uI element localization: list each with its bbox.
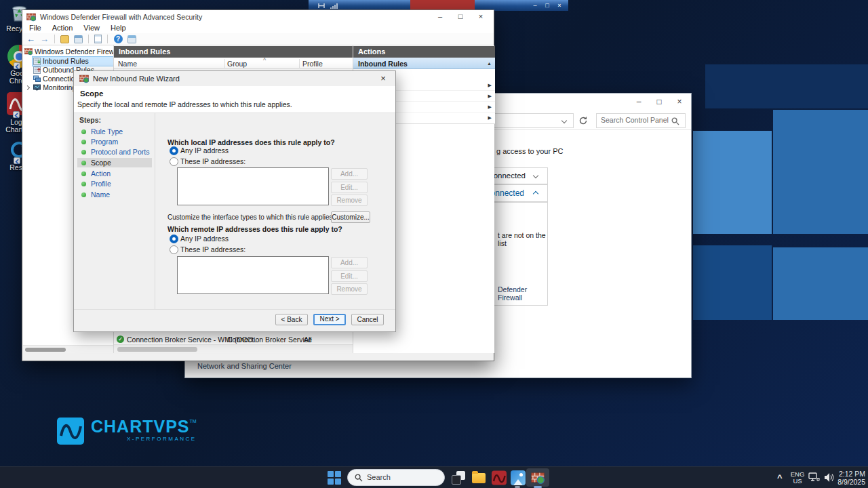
wizard-step-rule-type[interactable]: Rule Type	[77, 127, 152, 136]
maximize-button[interactable]: □	[649, 94, 669, 110]
restore-button[interactable]: □	[541, 0, 553, 11]
start-button[interactable]	[328, 471, 341, 485]
tray-expand-icon[interactable]: ^	[777, 472, 783, 483]
add-button[interactable]: Add...	[331, 257, 368, 268]
radio-selected-icon[interactable]	[170, 146, 178, 155]
help-icon[interactable]: ?	[114, 35, 123, 43]
radio-icon[interactable]	[170, 157, 178, 166]
column-header-name[interactable]: Name	[118, 60, 137, 68]
steps-label: Steps:	[79, 116, 101, 124]
step-bullet-icon	[81, 129, 86, 134]
close-button[interactable]: ×	[553, 0, 566, 11]
customize-button[interactable]: Customize...	[331, 211, 370, 223]
rule-row[interactable]: ✓ Connection Broker Service - WMI (DCO..…	[114, 334, 353, 344]
back-button[interactable]: < Back	[275, 314, 308, 325]
taskbar-app-firewall-active[interactable]	[526, 468, 549, 487]
list-hscrollbar[interactable]	[114, 344, 353, 353]
back-icon[interactable]: ←	[26, 34, 35, 44]
scrollbar-thumb[interactable]	[117, 347, 197, 352]
taskbar: Search ^ ENG US	[0, 466, 868, 488]
menu-action[interactable]: Action	[47, 23, 79, 33]
tray-date: 8/9/2025	[835, 478, 865, 486]
address-dropdown-icon[interactable]	[561, 118, 567, 123]
tree-item-label: Inbound Rules	[43, 57, 89, 65]
fw-titlebar[interactable]: Windows Defender Firewall with Advanced …	[22, 10, 494, 23]
cancel-button[interactable]: Cancel	[351, 314, 384, 325]
search-input[interactable]	[601, 116, 669, 124]
minimize-button[interactable]: –	[529, 0, 541, 11]
refresh-icon[interactable]	[578, 116, 588, 125]
close-button[interactable]: ×	[375, 71, 391, 86]
language-indicator[interactable]: ENG US	[789, 471, 806, 485]
forward-icon[interactable]: →	[40, 34, 49, 44]
chartvps-app-icon	[492, 470, 507, 485]
remove-button[interactable]: Remove	[331, 195, 368, 206]
properties-icon[interactable]	[74, 35, 83, 43]
see-also-link-network-sharing[interactable]: Network and Sharing Center	[197, 362, 292, 370]
remote-ip-listbox[interactable]	[177, 256, 329, 294]
edit-button[interactable]: Edit...	[331, 270, 368, 282]
taskbar-app-chartvps[interactable]	[491, 470, 507, 486]
wizard-step-name[interactable]: Name	[77, 190, 152, 199]
taskbar-app-file-explorer[interactable]	[471, 470, 487, 486]
export-list-icon[interactable]	[94, 35, 102, 43]
tree-hscrollbar[interactable]	[23, 345, 113, 353]
next-button[interactable]: Next >	[313, 314, 346, 325]
close-button[interactable]: ×	[471, 10, 491, 23]
radio-any-local-ip[interactable]: Any IP address	[170, 146, 229, 155]
column-header-profile[interactable]: Profile	[302, 60, 323, 68]
sort-ascending-icon: ^	[263, 57, 266, 64]
radio-any-remote-ip[interactable]: Any IP address	[170, 235, 229, 243]
wizard-step-action[interactable]: Action	[77, 169, 152, 178]
volume-icon[interactable]	[823, 472, 834, 483]
radio-icon[interactable]	[170, 245, 178, 254]
menu-file[interactable]: File	[24, 23, 47, 33]
menu-view[interactable]: View	[78, 23, 105, 33]
submenu-arrow-icon: ▶	[488, 104, 492, 110]
minimize-button[interactable]: –	[629, 94, 649, 110]
search-icon	[355, 474, 363, 482]
clock[interactable]: 2:12 PM 8/9/2025	[835, 470, 865, 486]
maximize-button[interactable]: □	[450, 10, 471, 23]
scrollbar-thumb[interactable]	[25, 348, 66, 352]
column-header-group[interactable]: Group	[227, 60, 247, 68]
radio-selected-icon[interactable]	[170, 235, 178, 243]
minimize-button[interactable]: –	[430, 10, 450, 23]
tree-expander-icon[interactable]	[25, 85, 30, 90]
edit-button[interactable]: Edit...	[331, 182, 368, 193]
step-bullet-icon	[81, 171, 86, 176]
close-button[interactable]: ×	[669, 94, 690, 110]
wizard-titlebar[interactable]: New Inbound Rule Wizard ×	[74, 71, 395, 86]
tree-item-root[interactable]: Windows Defender Firewall with Advanced …	[24, 47, 114, 56]
control-panel-search[interactable]	[596, 113, 686, 128]
cpl-link-defender-firewall[interactable]: Defender Firewall	[498, 285, 547, 302]
chevron-down-icon	[533, 173, 538, 178]
wizard-step-protocol-ports[interactable]: Protocol and Ports	[77, 147, 152, 157]
fw-menubar: FileActionViewHelp	[22, 23, 494, 33]
local-ip-listbox[interactable]	[177, 167, 329, 205]
add-button[interactable]: Add...	[331, 168, 368, 180]
menu-help[interactable]: Help	[105, 23, 132, 33]
show-hide-console-tree-icon[interactable]	[60, 35, 69, 43]
signal-bars-icon	[330, 3, 338, 9]
taskbar-app-window-stack[interactable]	[450, 470, 467, 486]
network-icon[interactable]	[808, 472, 820, 483]
taskbar-search[interactable]: Search	[347, 469, 445, 486]
actions-subheader[interactable]: Inbound Rules ▲	[353, 58, 495, 69]
shortcut-arrow-icon	[14, 62, 20, 69]
collapse-icon[interactable]: ▲	[487, 61, 492, 66]
tree-item-inbound-rules[interactable]: Inbound Rules	[33, 57, 114, 66]
wizard-step-program[interactable]: Program	[77, 137, 152, 146]
radio-these-remote-ip[interactable]: These IP addresses:	[170, 245, 245, 254]
chevron-up-icon	[533, 191, 538, 197]
remove-button[interactable]: Remove	[331, 283, 368, 295]
shortcut-arrow-icon	[14, 157, 20, 164]
taskbar-app-photos[interactable]	[510, 470, 526, 486]
new-window-icon[interactable]	[127, 35, 136, 43]
wizard-step-scope[interactable]: Scope	[77, 158, 152, 167]
firewall-icon	[24, 47, 33, 56]
wizard-step-profile[interactable]: Profile	[77, 179, 152, 188]
wizard-subtitle: Specify the local and remote IP addresse…	[77, 100, 292, 108]
radio-these-local-ip[interactable]: These IP addresses:	[170, 157, 245, 166]
new-inbound-rule-wizard: New Inbound Rule Wizard × Scope Specify …	[73, 70, 396, 332]
